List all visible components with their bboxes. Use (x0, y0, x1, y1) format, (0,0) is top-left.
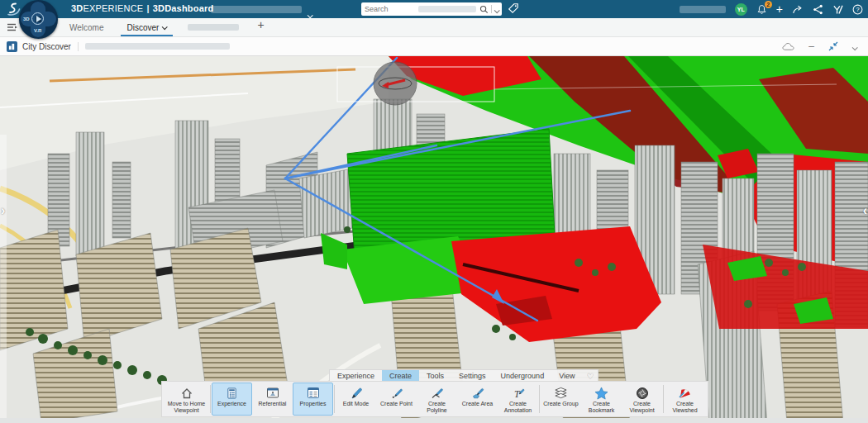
widget-chevron-down-icon[interactable] (852, 39, 856, 54)
play-icon[interactable] (31, 12, 44, 25)
toolbar-tab-underground[interactable]: Underground (494, 370, 552, 382)
search-chevron-down-icon[interactable] (494, 2, 498, 17)
left-panel-expander[interactable]: › (1, 203, 5, 218)
toolbar-separator (539, 385, 540, 413)
pencil-polyline-icon (431, 385, 444, 401)
create-bookmark-button[interactable]: Create Bookmark (581, 383, 622, 416)
brand-title: 3DEXPERIENCE|3DDashboard (71, 3, 213, 13)
resize-icon[interactable] (828, 41, 838, 51)
search-input[interactable] (365, 5, 418, 13)
notification-badge: 2 (765, 1, 772, 8)
right-panel-expander[interactable]: ‹ (863, 203, 867, 218)
tab-chevron-down-icon[interactable] (162, 24, 168, 30)
svg-text:?: ? (856, 6, 859, 13)
top-bar: 3DEXPERIENCE|3DDashboard YL 2 + (0, 0, 868, 18)
referential-icon (266, 385, 279, 401)
search-context-redacted (418, 6, 476, 12)
toolbar-tab-tools[interactable]: Tools (419, 370, 451, 382)
edit-mode-button[interactable]: Edit Mode (336, 383, 376, 416)
referential-button[interactable]: Referential (252, 383, 293, 416)
toolbar-tab-strip: Experience Create Tools Settings Undergr… (329, 369, 599, 382)
widget-title: City Discover (22, 42, 71, 51)
hamburger-icon[interactable] (7, 22, 18, 32)
create-polyline-button[interactable]: Create Polyline (417, 383, 457, 416)
toolbar-tab-create[interactable]: Create (382, 370, 419, 382)
3dexperience-dashboard-window: 3DEXPERIENCE|3DDashboard YL 2 + (0, 0, 868, 423)
username-redacted (680, 6, 726, 13)
3d-compass[interactable]: 3D V.R (19, 0, 58, 39)
title-divider (78, 42, 79, 51)
properties-icon (307, 385, 320, 401)
tab-welcome[interactable]: Welcome (58, 18, 116, 36)
bottom-edge-strip (0, 418, 868, 423)
toolbar-tab-experience[interactable]: Experience (330, 370, 382, 382)
city-3d-scene[interactable] (0, 56, 868, 423)
help-icon[interactable]: ? (852, 4, 863, 15)
cloud-icon[interactable] (782, 42, 794, 51)
swym-icon[interactable] (832, 4, 843, 15)
left-panel-edge (0, 135, 7, 423)
dashboard-tab-bar: Welcome Discover + (0, 18, 868, 37)
toolbar-separator (210, 385, 211, 413)
create-toolbar: Move to Home Viewpoint Experience Refere… (161, 381, 708, 417)
create-area-button[interactable]: Create Area (457, 383, 498, 416)
toolbar-separator (334, 385, 335, 413)
share-arrow-icon[interactable] (792, 4, 804, 15)
widget-header: City Discover – (0, 37, 868, 56)
compass-vr-label: V.R (34, 28, 41, 33)
minimize-icon[interactable]: – (808, 42, 814, 50)
create-point-button[interactable]: Create Point (376, 383, 417, 416)
viewshed-fan-icon (678, 385, 692, 401)
bell-icon[interactable]: 2 (756, 4, 767, 15)
shutter-icon (636, 385, 649, 401)
city-discover-app-icon (7, 41, 17, 52)
tab-redacted[interactable] (188, 24, 239, 31)
home-icon (180, 385, 193, 401)
tab-list: Welcome Discover + (58, 18, 273, 36)
search-divider (491, 5, 492, 13)
city-3d-viewport[interactable] (0, 56, 868, 423)
dashboard-chevron-down-icon[interactable] (308, 7, 312, 21)
dashboard-name-redacted[interactable] (211, 6, 302, 13)
3ds-logo-icon[interactable] (7, 2, 21, 16)
share-nodes-icon[interactable] (813, 4, 823, 15)
tag-icon[interactable] (508, 2, 519, 14)
create-group-button[interactable]: Create Group (541, 383, 581, 416)
move-to-home-viewpoint-button[interactable]: Move to Home Viewpoint (164, 383, 209, 416)
layers-icon (554, 385, 568, 401)
top-bar-actions: YL 2 + ? (680, 0, 863, 18)
pencil-area-icon (471, 385, 484, 401)
toolbar-tab-settings[interactable]: Settings (451, 370, 494, 382)
search-bar[interactable] (361, 2, 502, 16)
widget-controls: – (782, 39, 868, 54)
pencil-icon (350, 385, 363, 401)
create-viewpoint-button[interactable]: Create Viewpoint (622, 383, 662, 416)
tab-discover[interactable]: Discover (116, 18, 179, 36)
search-icon[interactable] (479, 5, 489, 14)
add-tab-button[interactable]: + (249, 18, 272, 36)
toolbar-tab-view[interactable]: View (551, 370, 582, 382)
experience-tree-icon (226, 385, 238, 401)
compass-3d-label: 3D (23, 17, 30, 21)
experience-button[interactable]: Experience (212, 383, 252, 416)
create-annotation-button[interactable]: T Create Annotation (498, 383, 538, 416)
navigation-sphere-icon[interactable] (374, 62, 417, 105)
create-viewshed-button[interactable]: Create Viewshed (665, 383, 705, 416)
widget-subtitle-redacted (85, 43, 230, 50)
add-icon[interactable]: + (776, 3, 783, 15)
annotation-icon: T (512, 385, 525, 401)
heart-icon[interactable]: ♡ (583, 370, 599, 382)
toolbar-separator (663, 385, 664, 413)
avatar[interactable]: YL (735, 3, 747, 16)
star-icon (594, 385, 608, 401)
pencil-point-icon (390, 385, 403, 401)
properties-button[interactable]: Properties (293, 383, 333, 416)
